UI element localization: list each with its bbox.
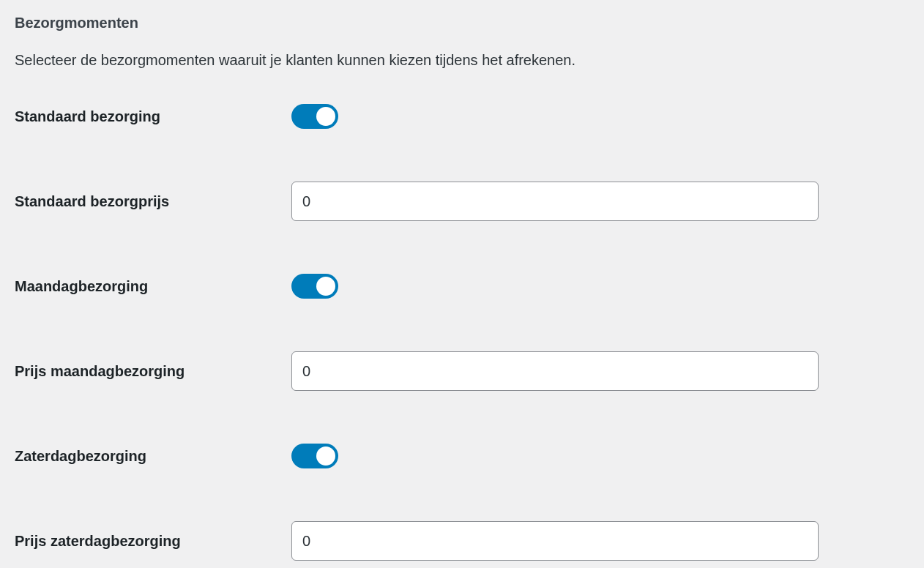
toggle-slider-icon	[291, 274, 338, 299]
saturday-price-input[interactable]	[291, 521, 819, 561]
section-title: Bezorgmomenten	[15, 15, 909, 31]
saturday-delivery-row: Zaterdagbezorging	[15, 444, 909, 468]
monday-delivery-toggle[interactable]	[291, 274, 338, 299]
monday-price-row: Prijs maandagbezorging	[15, 351, 909, 391]
standard-price-input[interactable]	[291, 182, 819, 221]
toggle-slider-icon	[291, 444, 338, 468]
standard-delivery-label: Standaard bezorging	[15, 108, 291, 125]
standard-price-row: Standaard bezorgprijs	[15, 182, 909, 221]
section-description: Selecteer de bezorgmomenten waaruit je k…	[15, 52, 909, 69]
monday-delivery-label: Maandagbezorging	[15, 278, 291, 295]
saturday-price-row: Prijs zaterdagbezorging	[15, 521, 909, 561]
standard-delivery-toggle[interactable]	[291, 104, 338, 129]
monday-price-label: Prijs maandagbezorging	[15, 363, 291, 380]
saturday-delivery-toggle[interactable]	[291, 444, 338, 468]
standard-price-label: Standaard bezorgprijs	[15, 193, 291, 210]
toggle-slider-icon	[291, 104, 338, 129]
monday-price-input[interactable]	[291, 351, 819, 391]
saturday-delivery-label: Zaterdagbezorging	[15, 448, 291, 465]
monday-delivery-row: Maandagbezorging	[15, 274, 909, 299]
settings-form: Standaard bezorging Standaard bezorgprij…	[15, 104, 909, 561]
standard-delivery-row: Standaard bezorging	[15, 104, 909, 129]
saturday-price-label: Prijs zaterdagbezorging	[15, 533, 291, 550]
